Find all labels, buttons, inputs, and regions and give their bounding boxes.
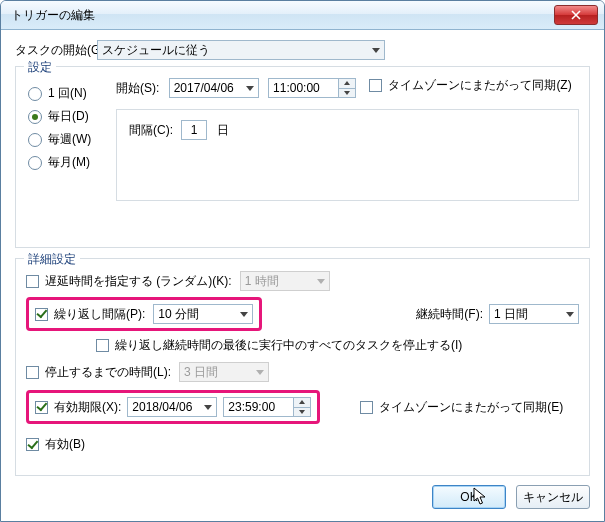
radio-weekly[interactable]: 毎週(W) — [28, 131, 98, 148]
settings-legend: 設定 — [24, 59, 56, 76]
dialog-window: トリガーの編集 タスクの開始(G): スケジュールに従う 設定 1 回(N) 毎… — [0, 0, 605, 522]
expire-time-input[interactable]: 23:59:00 — [223, 397, 311, 417]
delay-checkbox[interactable] — [26, 275, 39, 288]
delay-value: 1 時間 — [245, 273, 279, 290]
ok-button[interactable]: OK — [432, 485, 506, 509]
start-date-value: 2017/04/06 — [174, 81, 234, 95]
radio-daily-label: 毎日(D) — [48, 108, 89, 125]
enabled-row: 有効(B) — [26, 436, 579, 453]
chevron-down-icon — [566, 312, 574, 317]
interval-input[interactable]: 1 — [181, 120, 207, 140]
advanced-fieldset: 詳細設定 遅延時間を指定する (ランダム)(K): 1 時間 繰り返し間隔(P)… — [15, 258, 590, 476]
task-start-combo[interactable]: スケジュールに従う — [97, 40, 385, 60]
advanced-legend: 詳細設定 — [24, 251, 80, 268]
button-bar: OK キャンセル — [432, 485, 590, 509]
chevron-down-icon — [246, 86, 254, 91]
enabled-label: 有効(B) — [45, 436, 85, 453]
chevron-down-icon — [204, 405, 212, 410]
settings-fieldset: 設定 1 回(N) 毎日(D) 毎週(W) 毎月(M) 開始(S): 2017/… — [15, 66, 590, 248]
radio-daily[interactable]: 毎日(D) — [28, 108, 98, 125]
interval-unit: 日 — [217, 122, 229, 139]
chevron-down-icon — [256, 370, 264, 375]
repeat-stop-label: 繰り返し継続時間の最後に実行中のすべてのタスクを停止する(I) — [115, 337, 462, 354]
interval-label: 間隔(C): — [129, 122, 173, 139]
expire-checkbox[interactable] — [35, 401, 48, 414]
task-start-label: タスクの開始(G): — [15, 42, 97, 59]
radio-weekly-label: 毎週(W) — [48, 131, 91, 148]
expire-time-value: 23:59:00 — [228, 400, 275, 414]
cancel-button[interactable]: キャンセル — [516, 485, 590, 509]
titlebar[interactable]: トリガーの編集 — [1, 1, 604, 30]
radio-monthly[interactable]: 毎月(M) — [28, 154, 98, 171]
expire-time-spinner[interactable] — [293, 398, 310, 416]
spin-down-icon — [344, 91, 350, 95]
ok-label: OK — [460, 490, 477, 504]
expire-label: 有効期限(X): — [54, 399, 121, 416]
radio-monthly-label: 毎月(M) — [48, 154, 90, 171]
stop-after-checkbox[interactable] — [26, 366, 39, 379]
chevron-down-icon — [240, 312, 248, 317]
task-start-row: タスクの開始(G): スケジュールに従う — [15, 40, 590, 60]
duration-label: 継続時間(F): — [416, 306, 483, 323]
close-icon — [571, 10, 581, 20]
radio-once[interactable]: 1 回(N) — [28, 85, 98, 102]
stop-after-row: 停止するまでの時間(L): 3 日間 — [26, 362, 579, 382]
spin-down-icon — [299, 410, 305, 414]
repeat-interval-value: 10 分間 — [158, 306, 199, 323]
radio-once-label: 1 回(N) — [48, 85, 87, 102]
tz-sync-e[interactable]: タイムゾーンにまたがって同期(E) — [360, 399, 563, 416]
expire-date-input[interactable]: 2018/04/06 — [127, 397, 217, 417]
interval-value: 1 — [191, 123, 198, 137]
start-time-input[interactable]: 11:00:00 — [268, 78, 356, 98]
close-button[interactable] — [554, 5, 598, 25]
duration-combo[interactable]: 1 日間 — [489, 304, 579, 324]
delay-label: 遅延時間を指定する (ランダム)(K): — [45, 273, 232, 290]
repeat-highlight: 繰り返し間隔(P): 10 分間 — [26, 297, 262, 331]
stop-after-value: 3 日間 — [184, 364, 218, 381]
spin-up-icon — [344, 81, 350, 85]
repeat-stop-checkbox[interactable] — [96, 339, 109, 352]
expire-date-value: 2018/04/06 — [132, 400, 192, 414]
repeat-interval-combo[interactable]: 10 分間 — [153, 304, 253, 324]
repeat-label: 繰り返し間隔(P): — [54, 306, 145, 323]
start-time-spinner[interactable] — [338, 79, 355, 97]
cancel-label: キャンセル — [523, 489, 583, 506]
chevron-down-icon — [372, 48, 380, 53]
tz-sync-z-checkbox[interactable] — [369, 79, 382, 92]
tz-sync-e-checkbox[interactable] — [360, 401, 373, 414]
repeat-stop-row: 繰り返し継続時間の最後に実行中のすべてのタスクを停止する(I) — [96, 337, 579, 354]
dialog-content: タスクの開始(G): スケジュールに従う 設定 1 回(N) 毎日(D) 毎週(… — [1, 30, 604, 500]
enabled-checkbox[interactable] — [26, 438, 39, 451]
tz-sync-e-label: タイムゾーンにまたがって同期(E) — [379, 399, 563, 416]
stop-after-combo: 3 日間 — [179, 362, 269, 382]
start-date-input[interactable]: 2017/04/06 — [169, 78, 259, 98]
duration-value: 1 日間 — [494, 306, 528, 323]
repeat-checkbox[interactable] — [35, 308, 48, 321]
start-time-value: 11:00:00 — [273, 81, 320, 95]
tz-sync-z[interactable]: タイムゾーンにまたがって同期(Z) — [369, 77, 571, 94]
start-label: 開始(S): — [116, 81, 159, 95]
repeat-row: 繰り返し間隔(P): 10 分間 継続時間(F): 1 日間 — [26, 297, 579, 331]
delay-combo: 1 時間 — [240, 271, 330, 291]
interval-row: 間隔(C): 1 日 — [129, 120, 566, 140]
expire-highlight: 有効期限(X): 2018/04/06 23:59:00 — [26, 390, 320, 424]
window-title: トリガーの編集 — [11, 7, 554, 24]
start-row: 開始(S): 2017/04/06 11:00:00 タイムゾーンにまたがって同… — [116, 77, 579, 98]
schedule-radio-group: 1 回(N) 毎日(D) 毎週(W) 毎月(M) — [28, 79, 98, 177]
spin-up-icon — [299, 400, 305, 404]
stop-after-label: 停止するまでの時間(L): — [45, 364, 171, 381]
delay-row: 遅延時間を指定する (ランダム)(K): 1 時間 — [26, 271, 579, 291]
task-start-value: スケジュールに従う — [102, 42, 210, 59]
chevron-down-icon — [317, 279, 325, 284]
tz-sync-z-label: タイムゾーンにまたがって同期(Z) — [388, 77, 571, 94]
daily-panel: 間隔(C): 1 日 — [116, 109, 579, 201]
expire-row: 有効期限(X): 2018/04/06 23:59:00 タイムゾーンにまたがっ… — [26, 390, 579, 424]
